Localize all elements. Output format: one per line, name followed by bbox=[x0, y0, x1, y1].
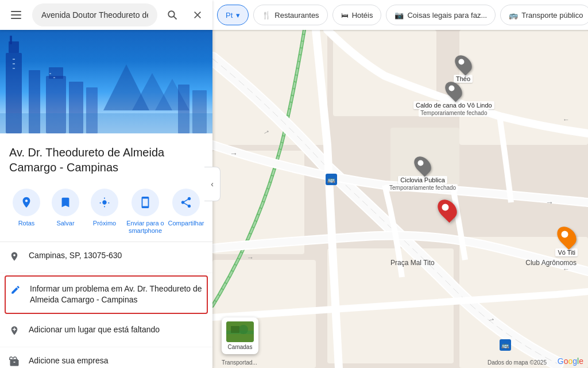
proximo-label: Próximo bbox=[93, 220, 116, 227]
filter-restaurantes-button[interactable]: 🍴 Restaurantes bbox=[253, 5, 327, 25]
marker-votiti[interactable]: Vó Titi bbox=[555, 225, 578, 256]
map-area[interactable]: Pt ▾ 🍴 Restaurantes 🛏 Hotéis 📷 Coisas le… bbox=[212, 0, 588, 368]
action-rotas[interactable]: Rotas bbox=[9, 189, 44, 235]
add-location-icon bbox=[9, 325, 20, 339]
map-roads-svg: → → → → → ← ← bbox=[212, 30, 588, 368]
camera-icon: 📷 bbox=[394, 11, 404, 20]
list-item-add-place[interactable]: Adicionar um lugar que está faltando bbox=[0, 316, 212, 347]
svg-point-45 bbox=[239, 325, 248, 334]
marker-ciclovia[interactable]: Ciclovia Publica Temporariamente fechado bbox=[388, 155, 458, 191]
google-watermark: Google bbox=[558, 356, 583, 366]
svg-text:←: ← bbox=[563, 265, 570, 273]
rotas-icon bbox=[13, 189, 40, 216]
bus-icon: 🚌 bbox=[509, 11, 518, 20]
map-data-label: Dados do mapa ©2025 bbox=[488, 359, 547, 366]
hamburger-button[interactable] bbox=[5, 3, 28, 26]
search-input[interactable] bbox=[32, 3, 157, 26]
filter-pt-button[interactable]: Pt ▾ bbox=[217, 5, 249, 25]
list-item-address[interactable]: Campinas, SP, 13075-630 bbox=[0, 242, 212, 273]
ciclovia-label: Ciclovia Publica bbox=[398, 176, 447, 184]
svg-text:→: → bbox=[230, 149, 238, 158]
transport-data-label: Transportad... bbox=[222, 359, 257, 366]
svg-rect-0 bbox=[11, 11, 21, 12]
list-item-report[interactable]: Informar um problema em Av. Dr. Theodure… bbox=[5, 275, 208, 314]
action-enviar[interactable]: Enviar para o smartphone bbox=[126, 189, 164, 235]
svg-point-3 bbox=[168, 11, 175, 17]
rotas-label: Rotas bbox=[18, 220, 35, 227]
map-filter-bar: Pt ▾ 🍴 Restaurantes 🛏 Hotéis 📷 Coisas le… bbox=[212, 0, 588, 30]
bus-stop-2[interactable]: 🚌 bbox=[500, 339, 511, 351]
svg-rect-24 bbox=[49, 73, 51, 74]
svg-rect-27 bbox=[212, 30, 327, 145]
search-bar bbox=[0, 0, 212, 30]
place-name: Av. Dr. Theodureto de Almeida Camargo - … bbox=[9, 145, 203, 175]
svg-line-4 bbox=[174, 16, 177, 19]
svg-text:→: → bbox=[546, 198, 554, 207]
svg-rect-44 bbox=[231, 326, 239, 333]
restaurant-icon: 🍴 bbox=[262, 11, 271, 20]
coisas-label: Coisas legais para faz... bbox=[407, 11, 487, 20]
marker-theo[interactable]: Théo bbox=[454, 54, 473, 83]
filter-coisas-button[interactable]: 📷 Coisas legais para faz... bbox=[386, 5, 496, 25]
action-compartilhar[interactable]: Compartilhar bbox=[169, 189, 203, 235]
action-buttons: Rotas Salvar bbox=[0, 182, 212, 242]
marker-caldo[interactable]: Caldo de cana do Vô Lindo Temporariament… bbox=[413, 80, 494, 117]
hotel-icon: 🛏 bbox=[341, 11, 349, 20]
svg-rect-25 bbox=[53, 77, 55, 78]
left-panel: Av. Dr. Theodureto de Almeida Camargo - … bbox=[0, 30, 212, 369]
enviar-label: Enviar para o smartphone bbox=[126, 220, 164, 235]
compartilhar-icon bbox=[172, 189, 200, 216]
bus-stop-1[interactable]: 🚌 bbox=[326, 174, 337, 185]
add-business-text: Adicione sua empresa bbox=[29, 355, 109, 367]
location-icon bbox=[9, 251, 20, 264]
action-salvar[interactable]: Salvar bbox=[48, 189, 83, 235]
svg-rect-21 bbox=[13, 59, 15, 60]
layers-label: Camadas bbox=[228, 344, 253, 350]
svg-rect-1 bbox=[11, 14, 21, 16]
salvar-label: Salvar bbox=[56, 220, 74, 227]
proximo-icon bbox=[91, 189, 118, 216]
marker-main[interactable] bbox=[439, 198, 455, 220]
map-canvas[interactable]: → → → → → ← ← Praça Mal Tito Club Agrôno… bbox=[212, 30, 588, 368]
svg-rect-2 bbox=[11, 18, 21, 19]
add-place-text: Adicionar um lugar que está faltando bbox=[29, 324, 160, 336]
address-text: Campinas, SP, 13075-630 bbox=[29, 250, 122, 262]
restaurantes-label: Restaurantes bbox=[274, 11, 319, 20]
svg-rect-23 bbox=[13, 68, 15, 69]
business-icon bbox=[9, 356, 20, 368]
svg-rect-9 bbox=[10, 36, 12, 44]
votiti-label: Vó Titi bbox=[555, 248, 578, 256]
close-button[interactable] bbox=[187, 5, 208, 25]
filter-transporte-button[interactable]: 🚌 Transporte público bbox=[500, 5, 588, 25]
svg-rect-22 bbox=[13, 63, 15, 64]
caldo-label: Caldo de cana do Vô Lindo bbox=[413, 101, 494, 109]
svg-text:→: → bbox=[247, 254, 254, 262]
edit-icon bbox=[10, 285, 21, 298]
caldo-pin bbox=[442, 78, 466, 102]
chevron-down-icon: ▾ bbox=[236, 11, 240, 20]
report-text: Informar um problema em Av. Dr. Theodure… bbox=[30, 283, 202, 306]
layers-thumbnail bbox=[226, 321, 254, 342]
action-proximo[interactable]: Próximo bbox=[87, 189, 122, 235]
votiti-pin bbox=[553, 223, 580, 250]
hoteis-label: Hotéis bbox=[352, 11, 373, 20]
transporte-label: Transporte público bbox=[521, 11, 583, 20]
compartilhar-label: Compartilhar bbox=[168, 220, 204, 227]
salvar-icon bbox=[52, 189, 79, 216]
search-button[interactable] bbox=[162, 5, 183, 25]
place-info: Av. Dr. Theodureto de Almeida Camargo - … bbox=[0, 133, 212, 182]
filter-hoteis-button[interactable]: 🛏 Hotéis bbox=[332, 5, 382, 25]
theo-pin bbox=[451, 52, 475, 75]
svg-rect-20 bbox=[0, 113, 212, 133]
ciclovia-sublabel: Temporariamente fechado bbox=[388, 184, 458, 191]
list-item-add-business[interactable]: Adicione sua empresa bbox=[0, 347, 212, 368]
caldo-sublabel: Temporariamente fechado bbox=[419, 109, 489, 117]
svg-text:←: ← bbox=[563, 116, 570, 124]
list-section: Campinas, SP, 13075-630 Informar um prob… bbox=[0, 242, 212, 368]
enviar-icon bbox=[131, 189, 159, 216]
collapse-panel-button[interactable]: ‹ bbox=[204, 167, 220, 201]
hero-image bbox=[0, 30, 212, 133]
pt-label: Pt bbox=[226, 11, 233, 20]
layers-button[interactable]: Camadas bbox=[222, 317, 258, 354]
ciclovia-pin bbox=[411, 153, 435, 177]
